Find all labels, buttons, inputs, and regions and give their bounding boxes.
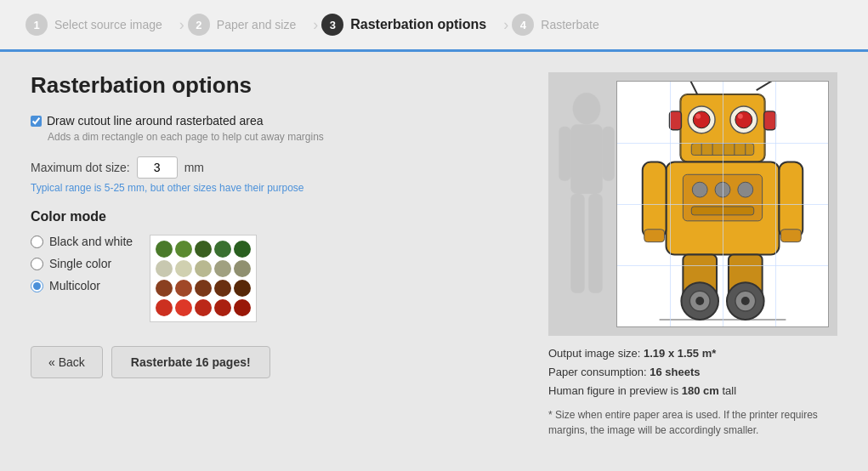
svg-point-12: [735, 111, 752, 128]
swatch-dot-7: [195, 260, 212, 277]
swatch-dot-5: [156, 260, 173, 277]
human-silhouette-icon: [557, 89, 616, 310]
wizard-step-4[interactable]: 4 Rasterbate: [512, 10, 612, 39]
swatch-dot-13: [214, 280, 231, 297]
svg-point-13: [695, 114, 701, 119]
svg-rect-4: [570, 194, 584, 293]
back-button[interactable]: « Back: [31, 346, 103, 378]
svg-rect-34: [644, 230, 665, 242]
cutout-checkbox[interactable]: [31, 116, 42, 127]
svg-rect-18: [670, 111, 682, 130]
svg-rect-35: [780, 230, 801, 242]
wizard-step-2[interactable]: 2 Paper and size: [188, 10, 309, 39]
wizard-nav: 1 Select source image › 2 Paper and size…: [0, 0, 868, 52]
svg-rect-33: [779, 162, 803, 237]
swatch-dot-0: [156, 241, 173, 258]
dot-size-unit: mm: [184, 161, 204, 174]
radio-multi-row: Multicolor: [31, 279, 133, 292]
human-height-line: Human figure in preview is 180 cm tall: [548, 382, 736, 400]
cutout-label: Draw cutout line around rasterbated area: [47, 114, 263, 128]
wizard-sep-3: ›: [503, 16, 508, 34]
step-label-2: Paper and size: [217, 18, 296, 31]
step-label-1: Select source image: [54, 18, 162, 31]
preview-note: * Size when entire paper area is used. I…: [548, 407, 837, 438]
step-num-2: 2: [188, 14, 210, 36]
color-mode-section: Black and white Single color Multicolor: [31, 235, 523, 322]
human-height-value: 180 cm: [682, 384, 719, 397]
svg-rect-1: [570, 124, 602, 194]
preview-info: Output image size: 1.19 x 1.55 m* Paper …: [548, 344, 736, 400]
dot-size-hint: Typical range is 5-25 mm, but other size…: [31, 182, 523, 194]
radio-single[interactable]: [31, 258, 43, 270]
wizard-step-1[interactable]: 1 Select source image: [26, 10, 176, 39]
swatch-dot-11: [175, 280, 192, 297]
swatch-dot-9: [234, 260, 251, 277]
output-size-prefix: Output image size:: [548, 347, 644, 360]
page-title: Rasterbation options: [31, 72, 523, 99]
radio-options: Black and white Single color Multicolor: [31, 235, 133, 292]
cutout-sub: Adds a dim rectangle on each page to hel…: [48, 131, 523, 143]
wizard-sep-1: ›: [179, 16, 184, 34]
main-content: Rasterbation options Draw cutout line ar…: [0, 52, 868, 458]
preview-container: [548, 72, 837, 336]
radio-bw-row: Black and white: [31, 235, 133, 248]
human-height-prefix: Human figure in preview is: [548, 384, 682, 397]
rasterbate-button[interactable]: Rasterbate 16 pages!: [111, 346, 270, 378]
radio-multi[interactable]: [31, 280, 43, 292]
svg-point-14: [738, 114, 743, 119]
paper-consumption-value: 16 sheets: [650, 366, 700, 378]
dot-size-input[interactable]: [137, 156, 178, 179]
step-label-4: Rasterbate: [541, 18, 599, 31]
output-size-value: 1.19 x 1.55 m*: [644, 347, 716, 360]
svg-rect-19: [764, 111, 776, 130]
svg-point-30: [738, 182, 753, 197]
swatch-dot-8: [214, 260, 231, 277]
color-mode-title: Color mode: [31, 209, 523, 224]
svg-point-11: [693, 111, 710, 128]
radio-bw-label: Black and white: [49, 235, 133, 248]
robot-svg: [617, 82, 828, 326]
swatch-dot-18: [214, 299, 231, 316]
swatch-dot-19: [234, 299, 251, 316]
swatch-dot-3: [214, 241, 231, 258]
swatch-dot-1: [175, 241, 192, 258]
action-buttons: « Back Rasterbate 16 pages!: [31, 346, 523, 378]
robot-image: [616, 81, 829, 327]
swatch-dot-12: [195, 280, 212, 297]
human-height-suffix: tall: [719, 384, 736, 397]
swatch-dot-2: [195, 241, 212, 258]
svg-point-29: [715, 182, 730, 197]
svg-point-0: [573, 93, 601, 124]
cutout-line-row: Draw cutout line around rasterbated area: [31, 114, 523, 128]
svg-rect-31: [691, 207, 753, 215]
svg-point-28: [692, 182, 707, 197]
radio-single-label: Single color: [49, 257, 111, 270]
svg-rect-20: [691, 144, 753, 156]
step-num-3: 3: [321, 14, 343, 36]
svg-point-43: [741, 297, 750, 305]
wizard-step-3[interactable]: 3 Rasterbation options: [321, 10, 500, 39]
dot-size-label: Maximum dot size:: [31, 161, 130, 174]
radio-multi-label: Multicolor: [49, 279, 100, 292]
svg-rect-5: [588, 194, 602, 293]
wizard-sep-2: ›: [313, 16, 318, 34]
swatch-dot-10: [156, 280, 173, 297]
swatch-dot-16: [175, 299, 192, 316]
svg-point-42: [695, 297, 704, 305]
color-swatch: [150, 235, 257, 322]
step-num-1: 1: [26, 14, 48, 36]
paper-consumption-line: Paper consumption: 16 sheets: [548, 363, 736, 382]
radio-bw[interactable]: [31, 236, 43, 248]
right-panel: Output image size: 1.19 x 1.55 m* Paper …: [548, 72, 837, 438]
swatch-dot-15: [156, 299, 173, 316]
swatch-dot-6: [175, 260, 192, 277]
radio-single-row: Single color: [31, 257, 133, 270]
left-panel: Rasterbation options Draw cutout line ar…: [31, 72, 523, 438]
output-size-line: Output image size: 1.19 x 1.55 m*: [548, 344, 736, 363]
paper-consumption-prefix: Paper consumption:: [548, 366, 650, 378]
swatch-dot-14: [234, 280, 251, 297]
svg-rect-2: [559, 127, 570, 181]
swatch-dot-4: [234, 241, 251, 258]
step-label-3: Rasterbation options: [350, 17, 486, 32]
svg-rect-3: [603, 127, 615, 181]
